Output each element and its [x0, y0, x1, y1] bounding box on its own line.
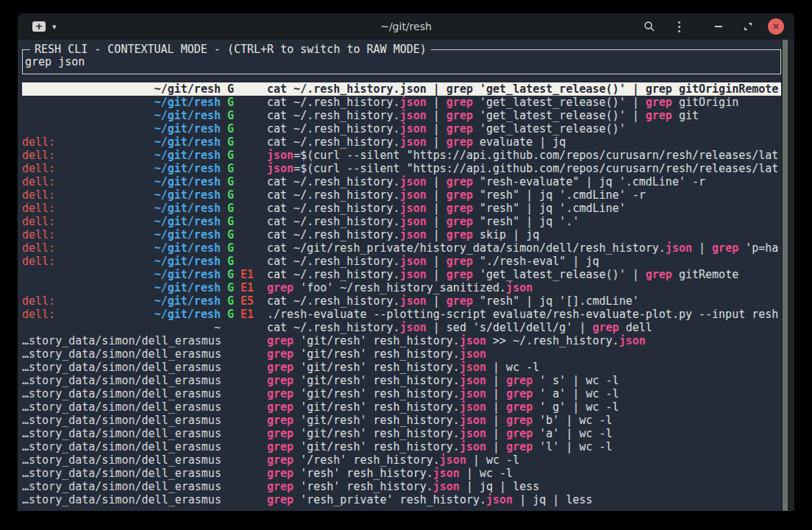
- history-row[interactable]: …story_data/simon/dell_erasmusgrep 'git/…: [22, 427, 786, 440]
- scrollbar[interactable]: [781, 40, 794, 511]
- row-command: cat ~/.resh_history.json | grep "resh" |…: [267, 188, 786, 202]
- menu-button[interactable]: [669, 17, 688, 36]
- history-row[interactable]: ~/git/reshG E1cat ~/.resh_history.json |…: [22, 268, 786, 281]
- row-flag: G: [227, 294, 234, 308]
- query-match: grep: [446, 255, 473, 268]
- row-flag: G: [227, 241, 234, 255]
- history-row[interactable]: …story_data/simon/dell_erasmusgrep 'git/…: [22, 347, 786, 361]
- row-command: cat ~/.resh_history.json | grep "./resh-…: [267, 255, 786, 268]
- history-row[interactable]: ~/git/reshGcat ~/.resh_history.json | gr…: [22, 122, 786, 135]
- row-host-dir: ~/git/resh: [22, 82, 221, 96]
- history-row[interactable]: dell:~/git/reshG E1./resh-evaluate --plo…: [22, 308, 786, 321]
- row-flag: G: [227, 96, 234, 109]
- row-directory: …story_data/simon/dell_erasmus: [22, 334, 221, 347]
- row-host-dir: dell:~/git/resh: [22, 202, 221, 215]
- history-row[interactable]: …story_data/simon/dell_erasmusgrep 'git/…: [22, 374, 786, 387]
- row-host: dell:: [22, 188, 55, 202]
- history-row[interactable]: dell:~/git/reshGcat ~/.resh_history.json…: [22, 188, 786, 202]
- history-row[interactable]: dell:~/git/reshGcat ~/.resh_history.json…: [22, 215, 786, 228]
- row-flags: [227, 414, 267, 427]
- history-row[interactable]: ~/git/reshGcat ~/.resh_history.json | gr…: [22, 109, 786, 122]
- history-row[interactable]: …story_data/simon/dell_erasmusgrep 'resh…: [22, 467, 786, 480]
- search-query-input[interactable]: grep json: [25, 55, 85, 68]
- row-flags: G E1: [227, 268, 267, 281]
- query-match: grep: [506, 414, 533, 427]
- history-row[interactable]: dell:~/git/reshGcat ~/.resh_history.json…: [22, 255, 786, 268]
- minimize-button[interactable]: [709, 17, 728, 36]
- row-directory: …story_data/simon/dell_erasmus: [22, 361, 221, 374]
- row-command: grep 'git/resh' resh_history.json | grep…: [267, 374, 786, 387]
- history-row[interactable]: ~/git/reshG E1grep 'foo' ~/resh_history_…: [22, 281, 786, 294]
- row-directory: ~: [214, 321, 221, 334]
- restore-button[interactable]: [738, 17, 758, 36]
- history-row[interactable]: dell:~/git/reshGcat ~/.resh_history.json…: [22, 135, 786, 149]
- row-command: cat ~/.resh_history.json | grep 'get_lat…: [267, 268, 786, 281]
- row-flag: G: [227, 82, 234, 96]
- query-match: json: [460, 334, 486, 347]
- history-row[interactable]: …story_data/simon/dell_erasmusgrep 'git/…: [22, 361, 786, 374]
- row-command: grep 'git/resh' resh_history.json: [267, 347, 786, 361]
- query-match: grep: [267, 427, 293, 440]
- query-match: grep: [506, 427, 533, 440]
- row-flags: G: [227, 228, 267, 241]
- row-host-dir: dell:~/git/resh: [22, 135, 221, 149]
- scrollbar-thumb[interactable]: [783, 40, 788, 511]
- history-row[interactable]: …story_data/simon/dell_erasmusgrep 'resh…: [22, 480, 786, 493]
- history-row[interactable]: dell:~/git/reshGjson=$(curl --silent "ht…: [22, 162, 786, 175]
- history-row[interactable]: …story_data/simon/dell_erasmusgrep 'git/…: [22, 400, 786, 414]
- query-match: json: [460, 374, 486, 387]
- row-flag: G: [227, 308, 234, 321]
- close-button[interactable]: ✕: [768, 18, 784, 35]
- query-match: grep: [446, 122, 473, 135]
- history-row[interactable]: ~cat ~/.resh_history.json | sed 's/dell/…: [22, 321, 786, 334]
- row-host: dell:: [22, 215, 55, 228]
- row-host-dir: dell:~/git/resh: [22, 188, 221, 202]
- history-row[interactable]: …story_data/simon/dell_erasmusgrep 'resh…: [22, 493, 786, 506]
- query-match: grep: [646, 109, 672, 122]
- search-button[interactable]: [640, 17, 659, 36]
- history-row[interactable]: …story_data/simon/dell_erasmusgrep 'git/…: [22, 334, 786, 347]
- history-row[interactable]: dell:~/git/reshGcat ~/.resh_history.json…: [22, 202, 786, 215]
- row-flags: [227, 493, 267, 506]
- history-row[interactable]: …story_data/simon/dell_erasmusgrep 'git/…: [22, 440, 786, 453]
- row-directory: ~/git/resh: [154, 294, 221, 308]
- history-row[interactable]: dell:~/git/reshGcat ~/.resh_history.json…: [22, 228, 786, 241]
- query-match: grep: [267, 334, 293, 347]
- query-match: json: [267, 162, 293, 175]
- row-command: cat ~/.resh_history.json | grep evaluate…: [267, 135, 786, 149]
- history-row[interactable]: dell:~/git/reshGjson=$(curl --silent "ht…: [22, 149, 786, 162]
- row-directory: ~/git/resh: [154, 255, 221, 268]
- row-host: dell:: [22, 308, 55, 321]
- history-row[interactable]: …story_data/simon/dell_erasmusgrep 'git/…: [22, 387, 786, 400]
- history-row[interactable]: dell:~/git/reshG E5cat ~/.resh_history.j…: [22, 294, 786, 308]
- row-command: cat ~/.resh_history.json | grep skip | j…: [267, 228, 786, 241]
- row-directory: ~/git/resh: [154, 241, 221, 255]
- row-flags: [227, 334, 267, 347]
- query-match: json: [400, 215, 427, 228]
- query-match: grep: [506, 400, 533, 414]
- row-flags: [227, 480, 267, 493]
- row-flags: G: [227, 135, 267, 149]
- row-host-dir: …story_data/simon/dell_erasmus: [22, 347, 221, 361]
- query-match: json: [400, 202, 427, 215]
- history-row-selected[interactable]: ~/git/reshGcat ~/.resh_history.json | gr…: [22, 82, 786, 96]
- history-row[interactable]: dell:~/git/reshGcat ~/git/resh_private/h…: [22, 241, 786, 255]
- new-tab-button[interactable]: +: [32, 21, 46, 32]
- row-command: cat ~/.resh_history.json | sed 's/dell/d…: [267, 321, 786, 334]
- row-directory: …story_data/simon/dell_erasmus: [22, 480, 221, 493]
- kebab-menu-icon: [678, 21, 680, 32]
- history-row[interactable]: dell:~/git/reshGcat ~/.resh_history.json…: [22, 175, 786, 188]
- history-row[interactable]: ~/git/reshGcat ~/.resh_history.json | gr…: [22, 96, 786, 109]
- row-command: cat ~/.resh_history.json | grep 'get_lat…: [267, 82, 786, 96]
- query-match: json: [267, 149, 293, 162]
- chevron-down-icon[interactable]: ▾: [52, 23, 57, 31]
- history-row[interactable]: …story_data/simon/dell_erasmusgrep '/res…: [22, 453, 786, 467]
- history-row[interactable]: …story_data/simon/dell_erasmusgrep 'git/…: [22, 414, 786, 427]
- row-flags: [227, 387, 267, 400]
- row-directory: …story_data/simon/dell_erasmus: [22, 467, 221, 480]
- row-command: grep 'git/resh' resh_history.json | grep…: [267, 440, 786, 453]
- query-match: grep: [446, 215, 473, 228]
- query-match: json: [460, 387, 486, 400]
- row-host-dir: dell:~/git/resh: [22, 294, 221, 308]
- row-command: json=$(curl --silent "https://api.github…: [267, 162, 786, 175]
